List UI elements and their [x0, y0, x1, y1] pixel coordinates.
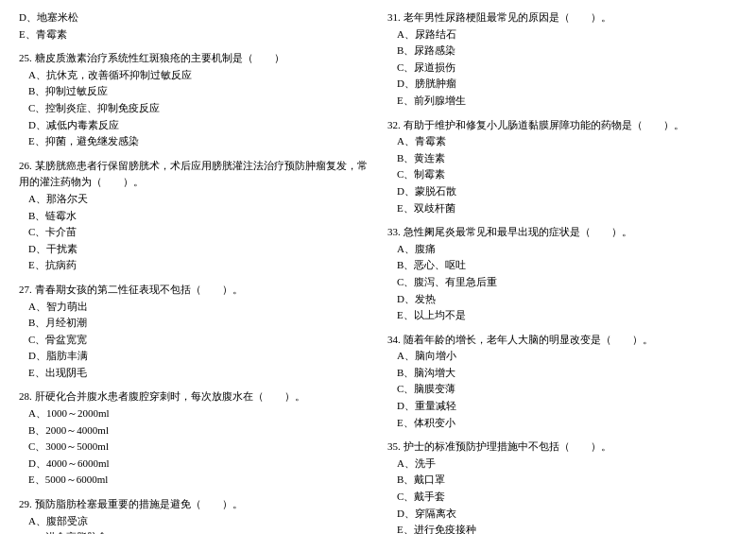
question-28: 28. 肝硬化合并腹水患者腹腔穿刺时，每次放腹水在（ ）。 A、1000～200… [19, 388, 369, 489]
q31-option-e: E、前列腺增生 [397, 93, 737, 110]
q26-option-c: C、卡介苗 [28, 224, 369, 241]
q33-option-b: B、恶心、呕吐 [397, 257, 737, 274]
q33-title: 33. 急性阑尾炎最常见和最早出现的症状是（ ）。 [387, 224, 737, 241]
question-27: 27. 青春期女孩的第二性征表现不包括（ ）。 A、智力萌出 B、月经初潮 C、… [19, 282, 369, 382]
q35-options: A、洗手 B、戴口罩 C、戴手套 D、穿隔离衣 E、进行免疫接种 [387, 456, 737, 534]
question-35: 35. 护士的标准预防护理措施中不包括（ ）。 A、洗手 B、戴口罩 C、戴手套… [387, 439, 737, 534]
q33-option-a: A、腹痛 [397, 241, 737, 258]
q25-option-c: C、控制炎症、抑制免疫反应 [28, 100, 369, 117]
q32-title: 32. 有助于维护和修复小儿肠道黏膜屏障功能的药物是（ ）。 [387, 117, 737, 134]
q26-option-e: E、抗病药 [28, 257, 369, 274]
q27-title: 27. 青春期女孩的第二性征表现不包括（ ）。 [19, 282, 369, 299]
q29-option-b: B、进食高脂肪食 [28, 529, 369, 534]
q26-option-b: B、链霉水 [28, 208, 369, 225]
q34-option-b: B、脑沟增大 [397, 365, 737, 382]
q32-option-e: E、双歧杆菌 [397, 200, 737, 217]
question-continuation: D、地塞米松 E、青霉素 [19, 9, 369, 43]
q31-option-c: C、尿道损伤 [397, 60, 737, 77]
q32-option-c: C、制霉素 [397, 166, 737, 183]
q25-option-a: A、抗休克，改善循环抑制过敏反应 [28, 67, 369, 84]
q26-title: 26. 某膀胱癌患者行保留膀胱术，术后应用膀胱灌注法治疗预防肿瘤复发，常用的灌注… [19, 158, 369, 191]
q25-options: A、抗休克，改善循环抑制过敏反应 B、抑制过敏反应 C、控制炎症、抑制免疫反应 … [19, 67, 369, 150]
q27-option-b: B、月经初潮 [28, 315, 369, 332]
q34-options: A、脑向增小 B、脑沟增大 C、脑膜变薄 D、重量减轻 E、体积变小 [387, 348, 737, 431]
q25-title: 25. 糖皮质激素治疗系统性红斑狼疮的主要机制是（ ） [19, 50, 369, 67]
q28-options: A、1000～2000ml B、2000～4000ml C、3000～5000m… [19, 405, 369, 489]
q35-option-c: C、戴手套 [397, 489, 737, 506]
q25-option-e: E、抑菌，避免继发感染 [28, 133, 369, 150]
q31-title: 31. 老年男性尿路梗阻最常见的原因是（ ）。 [387, 9, 737, 26]
q26-option-a: A、那洛尔天 [28, 191, 369, 208]
q27-option-e: E、出现阴毛 [28, 365, 369, 382]
question-33: 33. 急性阑尾炎最常见和最早出现的症状是（ ）。 A、腹痛 B、恶心、呕吐 C… [387, 224, 737, 324]
q27-option-d: D、脂肪丰满 [28, 348, 369, 365]
q29-option-a: A、腹部受凉 [28, 513, 369, 530]
q34-title: 34. 随着年龄的增长，老年人大脑的明显改变是（ ）。 [387, 332, 737, 349]
question-31: 31. 老年男性尿路梗阻最常见的原因是（ ）。 A、尿路结石 B、尿路感染 C、… [387, 9, 737, 110]
option-d-dimijisong: D、地塞米松 [19, 9, 369, 26]
q33-option-c: C、腹泻、有里急后重 [397, 274, 737, 291]
q35-option-d: D、穿隔离衣 [397, 506, 737, 523]
question-26: 26. 某膀胱癌患者行保留膀胱术，术后应用膀胱灌注法治疗预防肿瘤复发，常用的灌注… [19, 158, 369, 274]
q28-option-e: E、5000～6000ml [28, 472, 369, 489]
q34-option-a: A、脑向增小 [397, 348, 737, 365]
q25-option-b: B、抑制过敏反应 [28, 83, 369, 100]
q31-options: A、尿路结石 B、尿路感染 C、尿道损伤 D、膀胱肿瘤 E、前列腺增生 [387, 26, 737, 110]
q26-option-d: D、干扰素 [28, 241, 369, 258]
q29-options: A、腹部受凉 B、进食高脂肪食 C、进食辛辣饮食 D、进食高蛋白饮食 E、锻炼后… [19, 513, 369, 534]
q32-option-b: B、黄连素 [397, 150, 737, 167]
q32-option-d: D、蒙脱石散 [397, 183, 737, 200]
option-e-qingmeisu: E、青霉素 [19, 26, 369, 43]
columns: D、地塞米松 E、青霉素 25. 糖皮质激素治疗系统性红斑狼疮的主要机制是（ ）… [19, 9, 737, 534]
question-29: 29. 预防脂肪栓塞最重要的措施是避免（ ）。 A、腹部受凉 B、进食高脂肪食 … [19, 496, 369, 534]
q29-title: 29. 预防脂肪栓塞最重要的措施是避免（ ）。 [19, 496, 369, 513]
left-column: D、地塞米松 E、青霉素 25. 糖皮质激素治疗系统性红斑狼疮的主要机制是（ ）… [19, 9, 369, 534]
q28-option-d: D、4000～6000ml [28, 456, 369, 473]
q32-options: A、青霉素 B、黄连素 C、制霉素 D、蒙脱石散 E、双歧杆菌 [387, 133, 737, 216]
q27-option-a: A、智力萌出 [28, 299, 369, 316]
q28-title: 28. 肝硬化合并腹水患者腹腔穿刺时，每次放腹水在（ ）。 [19, 388, 369, 405]
page-container: D、地塞米松 E、青霉素 25. 糖皮质激素治疗系统性红斑狼疮的主要机制是（ ）… [19, 9, 737, 534]
q26-options: A、那洛尔天 B、链霉水 C、卡介苗 D、干扰素 E、抗病药 [19, 191, 369, 274]
question-32: 32. 有助于维护和修复小儿肠道黏膜屏障功能的药物是（ ）。 A、青霉素 B、黄… [387, 117, 737, 217]
q33-options: A、腹痛 B、恶心、呕吐 C、腹泻、有里急后重 D、发热 E、以上均不是 [387, 241, 737, 324]
q32-option-a: A、青霉素 [397, 133, 737, 150]
q34-option-d: D、重量减轻 [397, 398, 737, 415]
q35-option-b: B、戴口罩 [397, 472, 737, 489]
q27-options: A、智力萌出 B、月经初潮 C、骨盆宽宽 D、脂肪丰满 E、出现阴毛 [19, 299, 369, 382]
q28-option-b: B、2000～4000ml [28, 422, 369, 439]
q25-option-d: D、减低内毒素反应 [28, 117, 369, 134]
q27-option-c: C、骨盆宽宽 [28, 332, 369, 349]
question-25: 25. 糖皮质激素治疗系统性红斑狼疮的主要机制是（ ） A、抗休克，改善循环抑制… [19, 50, 369, 150]
question-34: 34. 随着年龄的增长，老年人大脑的明显改变是（ ）。 A、脑向增小 B、脑沟增… [387, 332, 737, 432]
q28-option-a: A、1000～2000ml [28, 405, 369, 422]
q31-option-a: A、尿路结石 [397, 26, 737, 43]
q34-option-e: E、体积变小 [397, 415, 737, 432]
q35-option-e: E、进行免疫接种 [397, 522, 737, 534]
q34-option-c: C、脑膜变薄 [397, 381, 737, 398]
q31-option-d: D、膀胱肿瘤 [397, 76, 737, 93]
q31-option-b: B、尿路感染 [397, 43, 737, 60]
q33-option-e: E、以上均不是 [397, 307, 737, 324]
q28-option-c: C、3000～5000ml [28, 439, 369, 456]
q35-title: 35. 护士的标准预防护理措施中不包括（ ）。 [387, 439, 737, 456]
q33-option-d: D、发热 [397, 291, 737, 308]
q35-option-a: A、洗手 [397, 456, 737, 473]
right-column: 31. 老年男性尿路梗阻最常见的原因是（ ）。 A、尿路结石 B、尿路感染 C、… [387, 9, 737, 534]
